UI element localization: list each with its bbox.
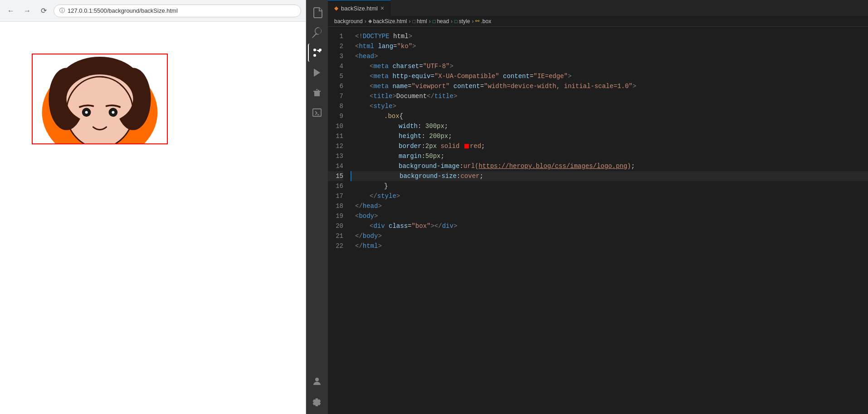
bc-file: backSize.html bbox=[373, 18, 407, 25]
bc-background: background bbox=[334, 18, 363, 25]
svg-point-9 bbox=[85, 111, 88, 113]
svg-point-7 bbox=[67, 74, 133, 123]
code-line-15: background-size:cover; bbox=[351, 171, 868, 181]
code-line-6: <meta name="viewport" content="width=dev… bbox=[351, 81, 868, 91]
red-color-swatch bbox=[464, 144, 469, 148]
code-line-13: margin:50px; bbox=[351, 151, 868, 161]
code-line-20: <div class="box"></div> bbox=[351, 221, 868, 231]
preview-box bbox=[32, 54, 168, 144]
code-line-22: </html> bbox=[351, 241, 868, 251]
code-editor[interactable]: 12345 678910 11121314 15 16171819 202122… bbox=[328, 27, 868, 414]
tab-filename: backSize.html bbox=[341, 5, 378, 12]
activity-terminal-icon[interactable] bbox=[308, 104, 326, 122]
lock-icon: ⓘ bbox=[59, 7, 65, 15]
bc-style: style bbox=[459, 18, 470, 25]
vscode-pane: ◆ backSize.html × background › ◆ backSiz… bbox=[306, 0, 868, 414]
activity-debug-icon[interactable] bbox=[308, 64, 326, 82]
code-line-4: <meta charset="UTF-8"> bbox=[351, 61, 868, 71]
bc-head: head bbox=[437, 18, 449, 25]
code-line-9: .box{ bbox=[351, 111, 868, 121]
bc-box: .box bbox=[481, 18, 491, 25]
activity-git-icon[interactable] bbox=[308, 44, 326, 62]
editor-area: ◆ backSize.html × background › ◆ backSiz… bbox=[328, 0, 868, 414]
activity-account-icon[interactable] bbox=[308, 372, 326, 390]
code-line-10: width: 300px; bbox=[351, 121, 868, 131]
browser-pane: ← → ⟳ ⓘ 127.0.0.1:5500/background/backSi… bbox=[0, 0, 306, 414]
code-line-17: </style> bbox=[351, 191, 868, 201]
reload-button[interactable]: ⟳ bbox=[37, 5, 50, 17]
code-line-11: height: 200px; bbox=[351, 131, 868, 141]
activity-extensions-icon[interactable] bbox=[308, 84, 326, 102]
code-line-16: } bbox=[351, 181, 868, 191]
code-line-5: <meta http-equiv="X-UA-Compatible" conte… bbox=[351, 71, 868, 81]
code-line-19: <body> bbox=[351, 211, 868, 221]
bc-html: html bbox=[417, 18, 427, 25]
svg-point-11 bbox=[112, 111, 114, 113]
character-svg bbox=[33, 54, 167, 143]
active-tab[interactable]: ◆ backSize.html × bbox=[328, 0, 391, 16]
back-button[interactable]: ← bbox=[5, 5, 17, 17]
svg-point-13 bbox=[313, 54, 316, 57]
code-line-3: <head> bbox=[351, 51, 868, 61]
browser-content bbox=[0, 22, 306, 414]
svg-point-15 bbox=[313, 49, 316, 51]
activity-settings-icon[interactable] bbox=[308, 392, 326, 410]
code-line-2: <html lang="ko"> bbox=[351, 41, 868, 51]
code-line-14: background-image:url(https://heropy.blog… bbox=[351, 161, 868, 171]
code-content[interactable]: <!DOCTYPE html> <html lang="ko"> <head> … bbox=[351, 27, 868, 414]
svg-point-19 bbox=[315, 378, 319, 381]
activity-bar bbox=[306, 0, 328, 414]
code-line-12: border:2px solid red; bbox=[351, 141, 868, 151]
code-line-21: </body> bbox=[351, 231, 868, 241]
tab-bar: ◆ backSize.html × bbox=[328, 0, 868, 16]
tab-file-icon: ◆ bbox=[334, 5, 338, 11]
tab-close-button[interactable]: × bbox=[380, 5, 384, 11]
breadcrumb: background › ◆ backSize.html › □ html › … bbox=[328, 16, 868, 27]
code-line-1: <!DOCTYPE html> bbox=[351, 31, 868, 41]
code-line-8: <style> bbox=[351, 101, 868, 111]
forward-button[interactable]: → bbox=[21, 5, 34, 17]
address-bar[interactable]: ⓘ 127.0.0.1:5500/background/backSize.htm… bbox=[54, 5, 301, 17]
code-line-18: </head> bbox=[351, 201, 868, 211]
line-numbers: 12345 678910 11121314 15 16171819 202122 bbox=[328, 27, 351, 414]
code-line-7: <title>Document</title> bbox=[351, 91, 868, 101]
activity-files-icon[interactable] bbox=[308, 4, 326, 22]
svg-marker-16 bbox=[314, 69, 320, 77]
browser-toolbar: ← → ⟳ ⓘ 127.0.0.1:5500/background/backSi… bbox=[0, 0, 306, 22]
url-text: 127.0.0.1:5500/background/backSize.html bbox=[68, 7, 178, 14]
activity-search-icon[interactable] bbox=[308, 24, 326, 42]
